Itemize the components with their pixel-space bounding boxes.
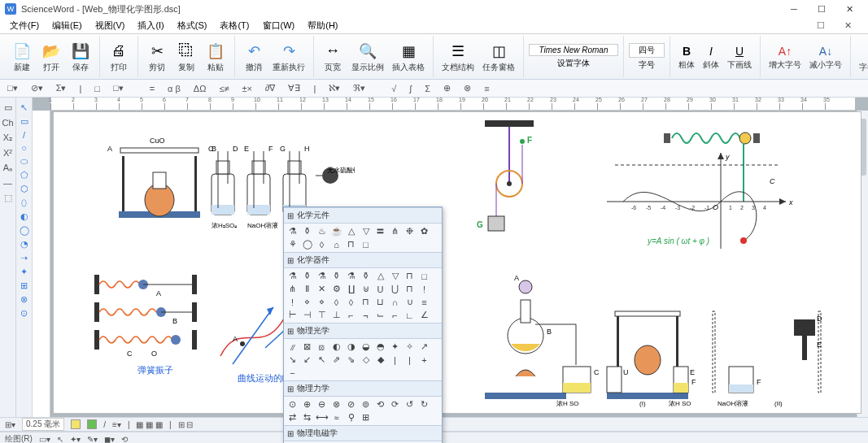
formula-sym-16[interactable]: ℜ▾	[351, 83, 368, 93]
palette-item-3-2[interactable]: ⊖	[316, 399, 327, 410]
palette-item-2-7[interactable]: ✦	[390, 341, 400, 352]
palette-section-header-4[interactable]: ⊞物理电磁学	[284, 425, 442, 441]
palette-item-3-14[interactable]: ⚲	[346, 412, 356, 423]
palette-item-1-30[interactable]: ⊢	[287, 310, 298, 320]
lefttool-a-6[interactable]: ⬚	[4, 193, 12, 203]
diagram-spring-oscillators[interactable]: A B CO 弹簧振子	[94, 275, 216, 389]
palette-item-0-4[interactable]: △	[346, 226, 356, 237]
formula-sym-23[interactable]: ≡	[482, 84, 491, 93]
palette-item-2-3[interactable]: ◐	[331, 341, 342, 352]
mdi-restore-button[interactable]: ☐	[810, 19, 831, 33]
line-style-icon[interactable]: /	[103, 420, 106, 429]
lefttool-a-2[interactable]: X₂	[3, 132, 12, 143]
palette-item-0-12[interactable]: ◊	[316, 239, 327, 250]
palette-item-3-1[interactable]: ⊕	[302, 399, 312, 410]
formula-sym-2[interactable]: Σ▾	[54, 83, 69, 93]
palette-item-2-10[interactable]: ↘	[287, 354, 298, 365]
formula-sym-13[interactable]: ∀∃	[286, 83, 303, 93]
shape-tool-icon[interactable]: ▭▾	[39, 435, 50, 444]
palette-item-1-37[interactable]: ⌐	[390, 310, 400, 320]
palette-item-3-10[interactable]: ⇄	[287, 412, 298, 423]
formula-sym-22[interactable]: ⊗	[461, 83, 473, 93]
italic-button[interactable]: I斜体	[700, 41, 722, 72]
formula-sym-15[interactable]: ℵ▾	[326, 83, 342, 93]
palette-item-2-6[interactable]: ◓	[375, 341, 386, 352]
menu-table[interactable]: 表格(T)	[213, 18, 255, 33]
formula-sym-3[interactable]: |	[76, 84, 84, 93]
palette-item-2-13[interactable]: ⇗	[331, 354, 342, 365]
palette-item-3-9[interactable]: ↻	[419, 399, 430, 410]
palette-item-1-18[interactable]: ⊓	[404, 284, 415, 294]
grid-snap-icon[interactable]: ⊞▾	[5, 420, 15, 429]
paste-button[interactable]: 📋粘贴	[202, 39, 229, 75]
formula-sym-0[interactable]: □▾	[5, 83, 20, 93]
palette-item-1-35[interactable]: ¬	[360, 310, 371, 320]
palette-item-0-2[interactable]: ♨	[316, 226, 327, 237]
palette-item-0-15[interactable]: □	[360, 239, 371, 250]
palette-item-2-11[interactable]: ↙	[302, 354, 312, 365]
palette-item-3-12[interactable]: ⟷	[316, 412, 327, 423]
cut-button[interactable]: ✂剪切	[143, 39, 171, 75]
lefttool-b-8[interactable]: ◐	[20, 211, 28, 222]
lefttool-a-0[interactable]: ▭	[4, 102, 12, 113]
palette-item-0-10[interactable]: ⚘	[287, 239, 298, 250]
lefttool-b-14[interactable]: ⊗	[20, 294, 28, 305]
formula-sym-5[interactable]: □▾	[111, 83, 126, 93]
palette-section-header-2[interactable]: ⊞物理光学	[284, 323, 442, 339]
palette-item-3-13[interactable]: ≈	[331, 412, 342, 423]
palette-item-3-11[interactable]: ⇆	[302, 412, 312, 423]
palette-item-1-36[interactable]: ⌙	[375, 310, 386, 320]
lefttool-b-15[interactable]: ⊙	[20, 308, 28, 319]
minimize-button[interactable]: ─	[780, 1, 808, 17]
palette-item-3-5[interactable]: ⊚	[360, 399, 371, 410]
formula-sym-21[interactable]: ⊕	[441, 83, 453, 93]
formula-sym-7[interactable]: =	[147, 84, 157, 93]
palette-item-0-5[interactable]: ▽	[360, 226, 371, 237]
palette-item-1-14[interactable]: ∐	[346, 284, 356, 294]
formula-sym-1[interactable]: ⊘▾	[28, 83, 46, 93]
palette-item-0-6[interactable]: 〓	[375, 226, 386, 237]
palette-item-1-12[interactable]: ✕	[316, 284, 327, 294]
palette-item-2-19[interactable]: +	[419, 354, 430, 365]
palette-item-1-4[interactable]: ⚗	[346, 271, 356, 281]
palette-item-1-9[interactable]: □	[419, 271, 430, 281]
palette-item-0-14[interactable]: ⊓	[346, 239, 356, 250]
palette-item-1-24[interactable]: ◊	[346, 297, 356, 307]
palette-item-2-8[interactable]: ✧	[404, 341, 415, 352]
palette-item-1-34[interactable]: ⌐	[346, 310, 356, 320]
menu-edit[interactable]: 编辑(E)	[46, 18, 89, 33]
undo-button[interactable]: ↶撤消	[240, 39, 268, 75]
menu-file[interactable]: 文件(F)	[3, 18, 46, 33]
palette-item-3-7[interactable]: ⟳	[390, 399, 400, 410]
line-color-icon[interactable]: ✎▾	[87, 435, 98, 444]
palette-item-1-33[interactable]: ⊥	[331, 310, 342, 320]
palette-item-1-21[interactable]: ⋄	[302, 297, 312, 307]
palette-item-3-0[interactable]: ⊙	[287, 399, 298, 410]
document-page[interactable]: CuO A B CD EF GH 浓H₂SO₄ NaOH溶液 无水硫酸铜	[54, 112, 861, 413]
palette-item-1-2[interactable]: ⚗	[316, 271, 327, 281]
palette-item-1-10[interactable]: ⋔	[287, 284, 298, 294]
palette-item-3-15[interactable]: ⊞	[360, 412, 371, 423]
zoom-button[interactable]: 🔍显示比例	[348, 39, 387, 75]
lefttool-b-11[interactable]: ➝	[20, 253, 28, 263]
palette-item-2-18[interactable]: |	[404, 354, 415, 365]
palette-item-1-39[interactable]: ∠	[419, 310, 430, 320]
open-button[interactable]: 📂打开	[37, 39, 65, 75]
palette-section-header-0[interactable]: ⊞化学元件	[284, 207, 442, 224]
palette-item-1-25[interactable]: ⊓	[360, 297, 371, 307]
palette-item-2-9[interactable]: ↗	[419, 341, 430, 352]
palette-item-1-1[interactable]: ⚱	[302, 271, 312, 281]
floating-palette[interactable]: ⊞化学元件⚗⚱♨☕△▽〓⋔❉✿⚘◯◊⌂⊓□⊞化学器件⚗⚱⚗⚱⚗⚱△▽⊓□⋔Ⅱ✕⚙…	[283, 206, 443, 443]
char-spacing-button[interactable]: ⇔字符缩放	[856, 39, 868, 75]
color-swatch-green[interactable]	[87, 419, 97, 429]
arrow-tool-icon[interactable]: ↖	[57, 435, 63, 444]
menu-window[interactable]: 窗口(W)	[256, 18, 302, 33]
palette-item-0-11[interactable]: ◯	[302, 239, 312, 250]
palette-item-0-13[interactable]: ⌂	[331, 239, 342, 250]
palette-item-2-4[interactable]: ◑	[346, 341, 356, 352]
palette-item-1-0[interactable]: ⚗	[287, 271, 298, 281]
canvas-area[interactable]: 1234567891011121314151617181920212223242…	[33, 98, 868, 417]
horizontal-ruler[interactable]: 1234567891011121314151617181920212223242…	[50, 98, 855, 111]
palette-section-header-1[interactable]: ⊞化学器件	[284, 252, 442, 268]
menu-view[interactable]: 视图(V)	[89, 18, 132, 33]
